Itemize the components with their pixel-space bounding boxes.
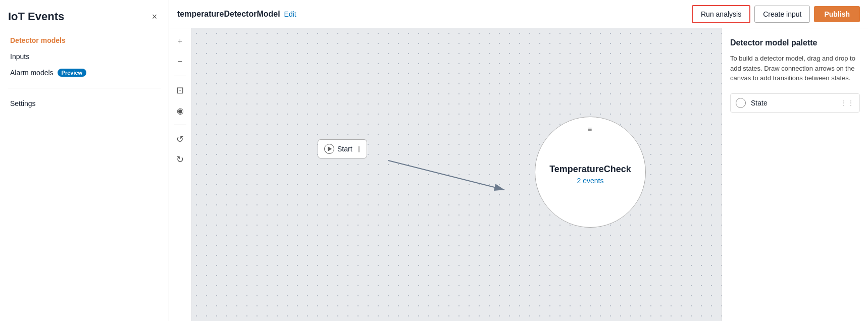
state-node[interactable]: ≡ TemperatureCheck 2 events	[535, 117, 646, 228]
play-icon	[324, 144, 334, 154]
undo-button[interactable]: ↺	[172, 131, 188, 147]
content-area: temperatureDetectorModel Edit Run analys…	[169, 0, 868, 321]
sidebar-divider	[8, 88, 161, 88]
palette-item-state[interactable]: State ⋮⋮	[730, 93, 860, 113]
sidebar-header: IoT Events ×	[8, 10, 161, 23]
sidebar-close-button[interactable]: ×	[148, 11, 161, 23]
drag-handle-icon: ⋮⋮	[840, 99, 854, 107]
toolbar-divider-2	[174, 125, 186, 125]
sidebar-item-settings[interactable]: Settings	[8, 96, 161, 111]
toolbar: + − ⊡ ◉ ↺ ↻	[169, 28, 191, 321]
palette-item-label: State	[751, 99, 835, 107]
state-circle-handle: ≡	[588, 125, 593, 133]
zoom-out-button[interactable]: −	[172, 54, 188, 70]
sidebar-item-detector-models[interactable]: Detector models	[8, 33, 161, 47]
start-node[interactable]: Start ∥	[318, 139, 367, 158]
preview-badge: Preview	[58, 69, 87, 77]
header-right: Run analysis Create input Publish	[692, 5, 860, 23]
sidebar: IoT Events × Detector models Inputs Alar…	[0, 0, 169, 321]
palette-title: Detector model palette	[730, 38, 860, 47]
canvas-palette-row: + − ⊡ ◉ ↺ ↻	[169, 28, 868, 321]
publish-button[interactable]: Publish	[814, 6, 860, 22]
palette-description: To build a detector model, drag and drop…	[730, 54, 860, 83]
state-events[interactable]: 2 events	[577, 177, 604, 185]
start-node-label: Start	[337, 145, 352, 153]
state-palette-icon	[736, 98, 746, 108]
header-left: temperatureDetectorModel Edit	[177, 10, 296, 19]
palette-panel: Detector model palette To build a detect…	[722, 28, 868, 321]
target-button[interactable]: ◉	[172, 102, 188, 119]
redo-button[interactable]: ↻	[172, 151, 188, 168]
sidebar-item-alarm-models[interactable]: Alarm models Preview	[8, 66, 161, 80]
header-bar: temperatureDetectorModel Edit Run analys…	[169, 0, 868, 28]
create-input-button[interactable]: Create input	[754, 6, 810, 23]
toolbar-divider-1	[174, 76, 186, 76]
main-layout: IoT Events × Detector models Inputs Alar…	[0, 0, 868, 321]
state-name: TemperatureCheck	[549, 164, 631, 175]
sidebar-item-inputs[interactable]: Inputs	[8, 49, 161, 64]
sidebar-title: IoT Events	[8, 10, 64, 23]
play-triangle	[328, 146, 332, 151]
zoom-in-button[interactable]: +	[172, 33, 188, 49]
canvas[interactable]: Start ∥ ≡ TemperatureCheck 2 events	[191, 28, 722, 321]
fit-view-button[interactable]: ⊡	[172, 82, 188, 98]
sidebar-nav: Detector models Inputs Alarm models Prev…	[8, 33, 161, 80]
edit-link[interactable]: Edit	[284, 10, 296, 18]
run-analysis-button[interactable]: Run analysis	[692, 5, 750, 23]
model-name: temperatureDetectorModel	[177, 10, 280, 19]
start-node-handle: ∥	[358, 145, 361, 152]
